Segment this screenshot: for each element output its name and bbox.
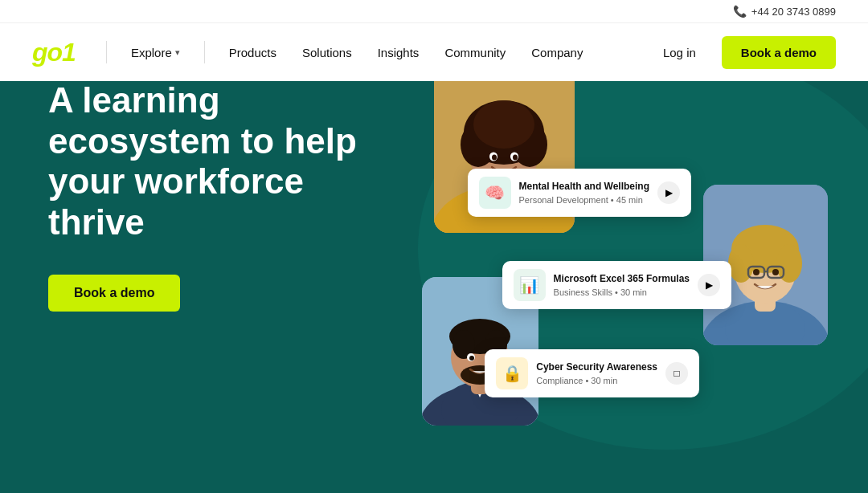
nav-divider bbox=[106, 41, 107, 63]
svg-point-12 bbox=[513, 155, 518, 161]
nav-divider-2 bbox=[204, 41, 205, 63]
excel-icon: 📊 bbox=[514, 269, 546, 301]
nav-solutions[interactable]: Solutions bbox=[293, 39, 362, 66]
navbar: 📞 +44 20 3743 0899 go1 Explore ▾ Product… bbox=[0, 0, 868, 81]
main-nav: Products Solutions Insights Community Co… bbox=[219, 39, 593, 66]
hero-content: A learning ecosystem to help your workfo… bbox=[48, 80, 386, 312]
logo[interactable]: go1 bbox=[32, 38, 76, 67]
excel-card-text: Microsoft Excel 365 Formulas Business Sk… bbox=[554, 273, 690, 297]
nav-products[interactable]: Products bbox=[219, 39, 286, 66]
header-actions: Log in Book a demo bbox=[650, 36, 836, 69]
svg-point-8 bbox=[473, 100, 534, 149]
cyber-action-icon[interactable]: □ bbox=[665, 362, 688, 385]
nav-community[interactable]: Community bbox=[435, 39, 515, 66]
excel-action-icon[interactable]: ▶ bbox=[698, 274, 720, 296]
cyber-subtitle: Compliance • 30 min bbox=[536, 376, 657, 385]
excel-title: Microsoft Excel 365 Formulas bbox=[554, 273, 690, 286]
mental-health-subtitle: Personal Development • 45 min bbox=[519, 195, 649, 205]
svg-point-24 bbox=[753, 269, 760, 275]
mental-health-card-text: Mental Health and Wellbeing Personal Dev… bbox=[519, 181, 649, 205]
nav-company[interactable]: Company bbox=[522, 39, 592, 66]
chevron-down-icon: ▾ bbox=[175, 47, 180, 58]
header: go1 Explore ▾ Products Solutions Insight… bbox=[0, 23, 868, 81]
mental-health-icon: 🧠 bbox=[479, 177, 511, 209]
excel-subtitle: Business Skills • 30 min bbox=[554, 287, 690, 297]
cyber-title: Cyber Security Awareness bbox=[536, 361, 657, 374]
nav-insights[interactable]: Insights bbox=[368, 39, 429, 66]
page-wrapper: 📞 +44 20 3743 0899 go1 Explore ▾ Product… bbox=[0, 0, 868, 493]
nav-explore[interactable]: Explore ▾ bbox=[121, 39, 190, 66]
course-card-cyber: 🔒 Cyber Security Awareness Compliance • … bbox=[485, 349, 699, 397]
phone-icon: 📞 bbox=[733, 5, 747, 18]
mental-health-action-icon[interactable]: ▶ bbox=[657, 181, 680, 204]
phone-number: +44 20 3743 0899 bbox=[751, 6, 836, 18]
hero-title: A learning ecosystem to help your workfo… bbox=[48, 80, 386, 242]
cyber-icon: 🔒 bbox=[496, 357, 528, 389]
svg-point-11 bbox=[492, 155, 497, 161]
course-card-mental-health: 🧠 Mental Health and Wellbeing Personal D… bbox=[468, 169, 691, 217]
course-card-excel: 📊 Microsoft Excel 365 Formulas Business … bbox=[502, 261, 731, 309]
topbar: 📞 +44 20 3743 0899 bbox=[0, 0, 868, 23]
book-demo-button-header[interactable]: Book a demo bbox=[722, 36, 836, 69]
login-button[interactable]: Log in bbox=[650, 39, 709, 66]
mental-health-title: Mental Health and Wellbeing bbox=[519, 181, 649, 194]
svg-point-25 bbox=[772, 269, 779, 275]
svg-point-38 bbox=[469, 356, 474, 361]
cyber-card-text: Cyber Security Awareness Compliance • 30… bbox=[536, 361, 657, 385]
book-demo-button-hero[interactable]: Book a demo bbox=[48, 275, 180, 312]
